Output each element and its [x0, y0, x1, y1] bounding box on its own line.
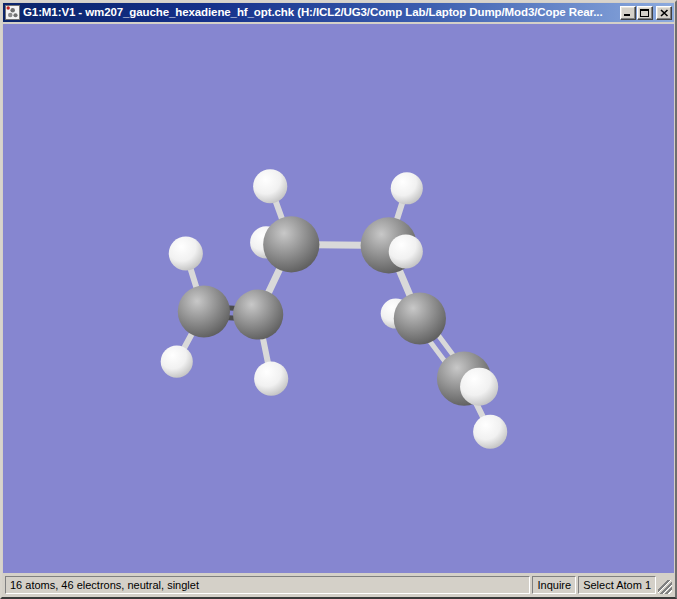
maximize-button[interactable] [637, 6, 653, 20]
atom-H3[interactable] [169, 236, 203, 270]
atom-H7[interactable] [254, 362, 288, 396]
maximize-icon [640, 8, 650, 17]
atom-C1[interactable] [178, 285, 230, 337]
window-title: G1:M1:V1 - wm207_gauche_hexadiene_hf_opt… [23, 3, 617, 22]
status-bar: 16 atoms, 46 electrons, neutral, singlet… [3, 574, 674, 596]
titlebar[interactable]: G1:M1:V1 - wm207_gauche_hexadiene_hf_opt… [3, 3, 674, 22]
molecule-model [3, 24, 674, 573]
atom-C2[interactable] [233, 289, 283, 339]
minimize-icon [623, 8, 633, 17]
resize-grip[interactable] [658, 580, 672, 594]
atom-H5[interactable] [389, 234, 423, 268]
atom-H6[interactable] [161, 346, 193, 378]
app-icon[interactable] [5, 5, 20, 20]
gaussview-window: G1:M1:V1 - wm207_gauche_hexadiene_hf_opt… [0, 0, 677, 599]
close-icon [660, 9, 669, 17]
atom-H2[interactable] [391, 172, 423, 204]
molecule-info-panel: 16 atoms, 46 electrons, neutral, singlet [5, 576, 530, 594]
atom-H1[interactable] [253, 169, 287, 203]
atom-C3[interactable] [263, 216, 319, 272]
window-controls [620, 6, 672, 20]
atom-H9[interactable] [473, 415, 507, 449]
atom-H8[interactable] [460, 368, 498, 406]
mode-panel: Inquire [532, 576, 576, 594]
close-button[interactable] [656, 6, 672, 20]
atom-C5[interactable] [394, 292, 446, 344]
molecule-viewport[interactable] [3, 24, 674, 573]
minimize-button[interactable] [620, 6, 636, 20]
selection-panel: Select Atom 1 [578, 576, 656, 594]
